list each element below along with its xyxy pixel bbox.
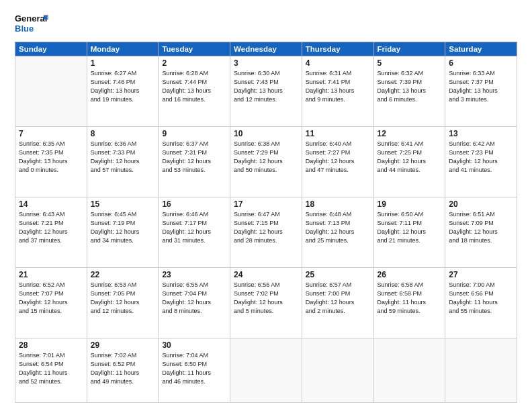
weekday-header-monday: Monday: [87, 42, 159, 56]
day-info: Sunrise: 6:47 AMSunset: 7:15 PMDaylight:…: [234, 210, 298, 245]
day-info: Sunrise: 6:43 AMSunset: 7:21 PMDaylight:…: [19, 210, 83, 245]
day-number: 7: [19, 129, 83, 138]
day-cell: 18Sunrise: 6:48 AMSunset: 7:13 PMDayligh…: [302, 197, 373, 267]
day-cell: 17Sunrise: 6:47 AMSunset: 7:15 PMDayligh…: [230, 197, 302, 267]
day-cell: 2Sunrise: 6:28 AMSunset: 7:44 PMDaylight…: [159, 56, 230, 127]
day-cell: 15Sunrise: 6:45 AMSunset: 7:19 PMDayligh…: [87, 197, 159, 267]
weekday-header-thursday: Thursday: [302, 42, 373, 56]
weekday-header-saturday: Saturday: [445, 42, 517, 56]
day-cell: 23Sunrise: 6:55 AMSunset: 7:04 PMDayligh…: [159, 267, 230, 338]
day-info: Sunrise: 7:00 AMSunset: 6:56 PMDaylight:…: [449, 281, 513, 316]
day-cell: 4Sunrise: 6:31 AMSunset: 7:41 PMDaylight…: [302, 56, 373, 127]
week-row-1: 1Sunrise: 6:27 AMSunset: 7:46 PMDaylight…: [15, 56, 517, 127]
day-cell: 10Sunrise: 6:38 AMSunset: 7:29 PMDayligh…: [230, 126, 302, 197]
day-info: Sunrise: 7:04 AMSunset: 6:50 PMDaylight:…: [162, 351, 226, 386]
day-info: Sunrise: 6:38 AMSunset: 7:29 PMDaylight:…: [234, 140, 298, 175]
day-info: Sunrise: 6:30 AMSunset: 7:43 PMDaylight:…: [234, 69, 298, 104]
day-cell: 19Sunrise: 6:50 AMSunset: 7:11 PMDayligh…: [373, 197, 445, 267]
day-number: 24: [234, 270, 298, 279]
day-number: 3: [234, 58, 298, 68]
day-cell: [445, 338, 517, 402]
day-info: Sunrise: 6:42 AMSunset: 7:23 PMDaylight:…: [449, 140, 513, 175]
svg-text:Blue: Blue: [15, 24, 34, 34]
day-cell: 9Sunrise: 6:37 AMSunset: 7:31 PMDaylight…: [159, 126, 230, 197]
day-cell: 22Sunrise: 6:53 AMSunset: 7:05 PMDayligh…: [87, 267, 159, 338]
day-number: 26: [378, 270, 442, 279]
day-cell: [373, 338, 445, 402]
day-info: Sunrise: 6:33 AMSunset: 7:37 PMDaylight:…: [449, 69, 513, 104]
day-cell: 13Sunrise: 6:42 AMSunset: 7:23 PMDayligh…: [445, 126, 517, 197]
day-info: Sunrise: 6:37 AMSunset: 7:31 PMDaylight:…: [162, 140, 226, 175]
day-cell: 14Sunrise: 6:43 AMSunset: 7:21 PMDayligh…: [15, 197, 87, 267]
day-info: Sunrise: 6:51 AMSunset: 7:09 PMDaylight:…: [449, 210, 513, 245]
day-cell: 11Sunrise: 6:40 AMSunset: 7:27 PMDayligh…: [302, 126, 373, 197]
weekday-header-sunday: Sunday: [15, 42, 87, 56]
day-number: 16: [162, 199, 226, 209]
day-number: 22: [91, 270, 155, 279]
day-cell: 24Sunrise: 6:56 AMSunset: 7:02 PMDayligh…: [230, 267, 302, 338]
day-info: Sunrise: 6:52 AMSunset: 7:07 PMDaylight:…: [19, 281, 83, 316]
day-info: Sunrise: 6:57 AMSunset: 7:00 PMDaylight:…: [306, 281, 370, 316]
day-cell: 6Sunrise: 6:33 AMSunset: 7:37 PMDaylight…: [445, 56, 517, 127]
day-info: Sunrise: 6:56 AMSunset: 7:02 PMDaylight:…: [234, 281, 298, 316]
day-number: 21: [19, 270, 83, 279]
day-info: Sunrise: 7:01 AMSunset: 6:54 PMDaylight:…: [19, 351, 83, 386]
day-cell: 25Sunrise: 6:57 AMSunset: 7:00 PMDayligh…: [302, 267, 373, 338]
day-number: 29: [91, 340, 155, 350]
day-cell: 29Sunrise: 7:02 AMSunset: 6:52 PMDayligh…: [87, 338, 159, 402]
week-row-4: 21Sunrise: 6:52 AMSunset: 7:07 PMDayligh…: [15, 267, 517, 338]
day-info: Sunrise: 7:02 AMSunset: 6:52 PMDaylight:…: [91, 351, 155, 386]
day-number: 27: [449, 270, 513, 279]
day-cell: [302, 338, 373, 402]
weekday-header-tuesday: Tuesday: [159, 42, 230, 56]
day-cell: [230, 338, 302, 402]
week-row-5: 28Sunrise: 7:01 AMSunset: 6:54 PMDayligh…: [15, 338, 517, 402]
week-row-2: 7Sunrise: 6:35 AMSunset: 7:35 PMDaylight…: [15, 126, 517, 197]
day-cell: 26Sunrise: 6:58 AMSunset: 6:58 PMDayligh…: [373, 267, 445, 338]
day-cell: 5Sunrise: 6:32 AMSunset: 7:39 PMDaylight…: [373, 56, 445, 127]
day-cell: 1Sunrise: 6:27 AMSunset: 7:46 PMDaylight…: [87, 56, 159, 127]
day-info: Sunrise: 6:40 AMSunset: 7:27 PMDaylight:…: [306, 140, 370, 175]
day-cell: 3Sunrise: 6:30 AMSunset: 7:43 PMDaylight…: [230, 56, 302, 127]
day-number: 12: [378, 129, 442, 138]
day-number: 17: [234, 199, 298, 209]
day-cell: [15, 56, 87, 127]
day-number: 28: [19, 340, 83, 350]
weekday-header-wednesday: Wednesday: [230, 42, 302, 56]
day-number: 19: [378, 199, 442, 209]
day-number: 8: [91, 129, 155, 138]
day-number: 23: [162, 270, 226, 279]
day-number: 1: [91, 58, 155, 68]
day-number: 14: [19, 199, 83, 209]
day-cell: 20Sunrise: 6:51 AMSunset: 7:09 PMDayligh…: [445, 197, 517, 267]
day-cell: 16Sunrise: 6:46 AMSunset: 7:17 PMDayligh…: [159, 197, 230, 267]
day-cell: 8Sunrise: 6:36 AMSunset: 7:33 PMDaylight…: [87, 126, 159, 197]
day-cell: 28Sunrise: 7:01 AMSunset: 6:54 PMDayligh…: [15, 338, 87, 402]
day-number: 9: [162, 129, 226, 138]
day-info: Sunrise: 6:45 AMSunset: 7:19 PMDaylight:…: [91, 210, 155, 245]
day-info: Sunrise: 6:36 AMSunset: 7:33 PMDaylight:…: [91, 140, 155, 175]
day-number: 11: [306, 129, 370, 138]
weekday-header-friday: Friday: [373, 42, 445, 56]
day-cell: 7Sunrise: 6:35 AMSunset: 7:35 PMDaylight…: [15, 126, 87, 197]
day-info: Sunrise: 6:58 AMSunset: 6:58 PMDaylight:…: [378, 281, 442, 316]
day-cell: 30Sunrise: 7:04 AMSunset: 6:50 PMDayligh…: [159, 338, 230, 402]
svg-text:General: General: [15, 13, 47, 24]
day-cell: 27Sunrise: 7:00 AMSunset: 6:56 PMDayligh…: [445, 267, 517, 338]
day-info: Sunrise: 6:53 AMSunset: 7:05 PMDaylight:…: [91, 281, 155, 316]
day-number: 6: [449, 58, 513, 68]
day-cell: 21Sunrise: 6:52 AMSunset: 7:07 PMDayligh…: [15, 267, 87, 338]
day-number: 13: [449, 129, 513, 138]
day-info: Sunrise: 6:32 AMSunset: 7:39 PMDaylight:…: [378, 69, 442, 104]
day-number: 4: [306, 58, 370, 68]
day-number: 30: [162, 340, 226, 350]
week-row-3: 14Sunrise: 6:43 AMSunset: 7:21 PMDayligh…: [15, 197, 517, 267]
day-info: Sunrise: 6:28 AMSunset: 7:44 PMDaylight:…: [162, 69, 226, 104]
day-info: Sunrise: 6:48 AMSunset: 7:13 PMDaylight:…: [306, 210, 370, 245]
calendar: SundayMondayTuesdayWednesdayThursdayFrid…: [15, 42, 517, 403]
day-number: 10: [234, 129, 298, 138]
weekday-header-row: SundayMondayTuesdayWednesdayThursdayFrid…: [15, 42, 517, 56]
day-number: 15: [91, 199, 155, 209]
logo-svg: General Blue: [15, 12, 48, 36]
day-number: 25: [306, 270, 370, 279]
